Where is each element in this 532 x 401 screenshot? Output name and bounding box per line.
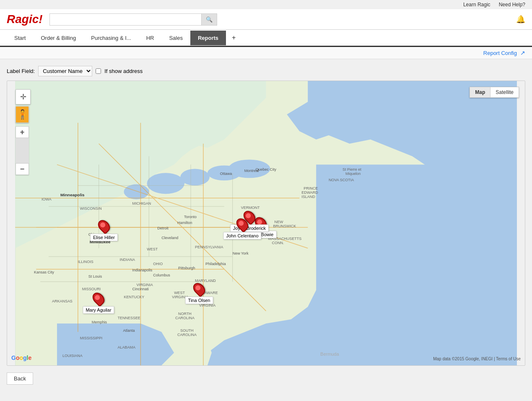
map-type-satellite-button[interactable]: Satellite <box>490 87 519 98</box>
svg-text:Detroit: Detroit <box>157 226 169 230</box>
nav-item-sales[interactable]: Sales <box>161 31 190 45</box>
label-field-label: Label Field: <box>7 68 35 74</box>
nav-item-order-billing[interactable]: Order & Billing <box>33 31 83 45</box>
svg-text:Philadelphia: Philadelphia <box>205 262 226 266</box>
nav-item-hr[interactable]: HR <box>139 31 162 45</box>
map-pin-tina-olsen[interactable]: Tina Olsen <box>194 282 204 296</box>
map-type-buttons: Map Satellite <box>470 87 519 98</box>
map-zoom-slider[interactable] <box>16 138 29 163</box>
svg-text:Indianapolis: Indianapolis <box>132 268 152 272</box>
map-type-map-button[interactable]: Map <box>470 87 490 98</box>
map-pin-label-tina-olsen: Tina Olsen <box>185 297 213 304</box>
svg-text:Minneapolis: Minneapolis <box>60 193 85 197</box>
svg-text:VERMONT: VERMONT <box>241 206 260 210</box>
svg-text:WEST: WEST <box>147 247 158 251</box>
svg-text:CONN.: CONN. <box>272 241 284 245</box>
svg-text:Atlanta: Atlanta <box>123 328 135 333</box>
show-address-label: If show address <box>104 68 143 74</box>
search-button[interactable]: 🔍 <box>202 13 217 26</box>
label-field-bar: Label Field: Customer NameAddressCitySta… <box>7 66 525 76</box>
svg-text:INDIANA: INDIANA <box>120 258 135 262</box>
svg-text:PRINCE: PRINCE <box>304 186 318 190</box>
svg-text:Bermuda: Bermuda <box>320 352 339 357</box>
map-pin-label-elise-hiller: Elise Hiller <box>90 234 118 241</box>
svg-text:WEST: WEST <box>174 291 185 295</box>
svg-text:NORTH: NORTH <box>178 312 192 316</box>
svg-text:Cleveland: Cleveland <box>161 236 178 240</box>
map-pin-mary-aguilar[interactable]: Mary Aguilar <box>93 292 104 305</box>
svg-point-3 <box>180 169 210 185</box>
svg-text:TENNESSEE: TENNESSEE <box>118 316 140 320</box>
svg-text:St Pierre et: St Pierre et <box>343 167 361 172</box>
svg-text:Columbus: Columbus <box>153 273 170 277</box>
nav-add-button[interactable]: + <box>226 30 241 46</box>
svg-text:Pittsburgh: Pittsburgh <box>178 266 195 270</box>
map-zoom-out-button[interactable]: − <box>16 163 29 175</box>
svg-point-4 <box>124 184 149 199</box>
map-container: Minneapolis Milwaukee Chicago Cleveland … <box>7 81 525 366</box>
svg-text:MISSISSIPPI: MISSISSIPPI <box>80 336 102 340</box>
svg-point-2 <box>147 173 184 194</box>
report-config-link[interactable]: Report Config <box>483 50 517 56</box>
svg-text:Quebec City: Quebec City <box>256 167 277 172</box>
svg-text:BRUNSWICK: BRUNSWICK <box>273 224 296 228</box>
svg-text:Cincinnati: Cincinnati <box>132 287 148 291</box>
svg-text:ISLAND: ISLAND <box>301 195 315 199</box>
terms-of-use-link[interactable]: Terms of Use <box>496 357 521 361</box>
svg-text:NOVA SCOTIA: NOVA SCOTIA <box>329 178 354 182</box>
nav-item-reports[interactable]: Reports <box>190 31 226 45</box>
svg-text:PENNSYLVANIA: PENNSYLVANIA <box>195 245 223 249</box>
svg-text:CAROLINA: CAROLINA <box>175 316 195 320</box>
map-pin-label-joyce-broderick: Joyce Broderick <box>230 224 269 232</box>
svg-text:MICHIGAN: MICHIGAN <box>132 201 151 206</box>
svg-text:ILLINOIS: ILLINOIS <box>78 260 93 264</box>
svg-text:ALABAMA: ALABAMA <box>118 345 135 349</box>
main-nav: Start Order & Billing Purchasing & I... … <box>0 30 532 47</box>
svg-text:CAROLINA: CAROLINA <box>177 333 197 337</box>
svg-text:ARKANSAS: ARKANSAS <box>52 299 73 303</box>
search-input[interactable] <box>49 13 202 26</box>
nav-item-start[interactable]: Start <box>7 31 33 45</box>
svg-text:Toronto: Toronto <box>184 215 197 219</box>
svg-text:St Louis: St Louis <box>88 274 102 279</box>
back-button[interactable]: Back <box>7 372 33 385</box>
nav-item-purchasing[interactable]: Purchasing & I... <box>83 31 138 45</box>
learn-ragic-link[interactable]: Learn Ragic <box>463 2 490 8</box>
external-link-icon[interactable]: ↗ <box>520 49 525 56</box>
svg-text:IOWA: IOWA <box>42 197 52 201</box>
svg-text:OHIO: OHIO <box>153 262 163 266</box>
notification-bell-icon[interactable]: 🔔 <box>516 15 525 24</box>
svg-text:Memphis: Memphis <box>92 320 107 324</box>
map-navigation-control[interactable]: ✛ <box>16 89 31 104</box>
svg-text:Ottawa: Ottawa <box>220 172 232 176</box>
app-logo: Ragic! <box>7 13 43 26</box>
svg-text:Miquelon: Miquelon <box>345 172 361 176</box>
svg-text:KENTUCKY: KENTUCKY <box>124 295 145 299</box>
map-pin-john-celentano[interactable]: John Celentano <box>237 218 247 231</box>
svg-text:MISSOURI: MISSOURI <box>82 287 101 291</box>
svg-text:VIRGINIA: VIRGINIA <box>136 283 153 287</box>
svg-text:WISCONSIN: WISCONSIN <box>80 206 102 211</box>
svg-rect-1 <box>316 164 517 365</box>
map-pin-label-mary-aguilar: Mary Aguilar <box>83 306 114 314</box>
google-logo: Google <box>11 354 31 361</box>
need-help-link[interactable]: Need Help? <box>499 2 525 8</box>
report-config-bar: Report Config ↗ <box>0 47 532 59</box>
svg-text:SOUTH: SOUTH <box>180 328 193 333</box>
main-content: Label Field: Customer NameAddressCitySta… <box>0 59 532 391</box>
svg-text:New York: New York <box>233 251 249 255</box>
svg-text:EDWARD: EDWARD <box>301 190 318 195</box>
svg-text:LOUISIANA: LOUISIANA <box>62 354 83 358</box>
map-zoom-in-button[interactable]: + <box>16 126 29 138</box>
label-field-select[interactable]: Customer NameAddressCityState <box>38 66 92 76</box>
map-street-view-control[interactable]: 🧍 <box>16 106 29 123</box>
svg-text:Kansas City: Kansas City <box>34 270 54 274</box>
map-pin-elise-hiller[interactable]: Elise Hiller <box>99 219 109 233</box>
show-address-checkbox[interactable] <box>96 68 101 74</box>
map-footer-text: Map data ©2015 Google, INEGI | Terms of … <box>433 357 521 361</box>
svg-text:Hamilton: Hamilton <box>177 221 192 225</box>
map-pin-label-john-celentano: John Celentano <box>223 232 261 240</box>
svg-text:NEW: NEW <box>274 220 283 224</box>
